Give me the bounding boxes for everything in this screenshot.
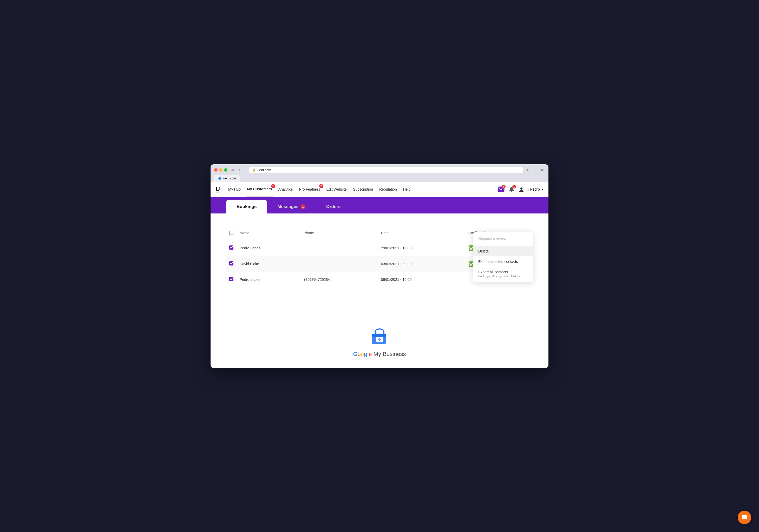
row-phone-1: - bbox=[300, 256, 378, 272]
tab-overview-button[interactable]: ⧉ bbox=[539, 167, 545, 173]
dropdown-item-label: Delete bbox=[478, 249, 528, 253]
maximize-button[interactable] bbox=[224, 168, 227, 172]
row-date-2: 06/01/2021 - 16:00 bbox=[378, 272, 465, 287]
my-customers-badge: 1 bbox=[271, 184, 275, 188]
row-phone-0: - bbox=[300, 240, 378, 256]
nav-item-pro-features[interactable]: Pro Features 2 bbox=[299, 182, 321, 197]
nav-item-subscription[interactable]: Subscription bbox=[352, 182, 374, 197]
nav-item-my-hub[interactable]: My Hub bbox=[228, 182, 241, 197]
row-name-2: Pedro Lopes bbox=[237, 272, 300, 287]
nav-item-my-customers[interactable]: My Customers 1 bbox=[246, 182, 272, 197]
tab-orders-label: Orders bbox=[326, 204, 341, 209]
svg-point-1 bbox=[520, 187, 522, 189]
row-name-0: Pedro Lopes bbox=[237, 240, 300, 256]
logo[interactable]: U bbox=[216, 186, 220, 193]
tab-messages[interactable]: Messages 1 bbox=[267, 200, 316, 214]
row-checkbox-2[interactable] bbox=[229, 277, 233, 281]
nav-items: My Hub My Customers 1 Analytics Pro Feat… bbox=[228, 182, 490, 197]
url-text: ueni.com bbox=[257, 168, 271, 172]
lock-icon: 🔒 bbox=[252, 168, 256, 172]
row-name-1: David Blake bbox=[237, 256, 300, 272]
messages-badge: 1 bbox=[502, 185, 505, 188]
main-content: Name Phone Date Confirmed bbox=[211, 214, 548, 317]
tab-messages-label: Messages bbox=[277, 204, 299, 209]
notifications-badge: 1 bbox=[512, 185, 516, 188]
col-date-header: Date bbox=[378, 226, 465, 240]
footer-area: G G o o g l e My Business bbox=[211, 317, 548, 368]
messages-tab-badge: 1 bbox=[301, 204, 305, 209]
dropdown-item-label: Export selected contacts bbox=[478, 260, 528, 264]
user-menu[interactable]: Hi Pedro ▾ bbox=[519, 186, 543, 192]
col-name-header: Name bbox=[237, 226, 300, 240]
dropdown-divider bbox=[473, 245, 533, 245]
row-date-1: 03/02/2021 - 09:00 bbox=[378, 256, 465, 272]
sidebar-toggle-button[interactable]: ⊞ bbox=[229, 167, 235, 172]
dropdown-item-export-selected[interactable]: Export selected contacts bbox=[473, 256, 533, 267]
messages-icon-button[interactable]: 1 bbox=[498, 186, 504, 193]
dropdown-item-export-all[interactable]: Export all contactsBookings, Messages an… bbox=[473, 267, 533, 281]
gmb-icon: G bbox=[370, 328, 389, 347]
nav-item-analytics[interactable]: Analytics bbox=[278, 182, 294, 197]
nav-right: 1 1 Hi Pedro ▾ bbox=[498, 186, 543, 193]
select-all-checkbox[interactable] bbox=[229, 231, 233, 235]
main-navigation: U My Hub My Customers 1 Analytics Pro Fe… bbox=[211, 182, 548, 197]
svg-text:G: G bbox=[378, 338, 381, 342]
hero-section: Bookings Messages 1 Orders bbox=[211, 197, 548, 214]
dropdown-item-request-review: Request a review bbox=[473, 233, 533, 244]
row-checkbox-1[interactable] bbox=[229, 261, 233, 266]
tab-orders[interactable]: Orders bbox=[316, 200, 351, 214]
dropdown-item-label: Export all contacts bbox=[478, 270, 528, 274]
table-action-area bbox=[226, 214, 533, 226]
close-button[interactable] bbox=[214, 168, 218, 172]
dropdown-item-delete[interactable]: Delete bbox=[473, 246, 533, 256]
tab-icon: 🔷 bbox=[218, 177, 222, 180]
minimize-button[interactable] bbox=[219, 168, 222, 172]
row-date-0: 29/01/2021 - 10:00 bbox=[378, 240, 465, 256]
share-button[interactable]: ⬆ bbox=[525, 167, 531, 172]
user-label: Hi Pedro bbox=[526, 187, 540, 191]
dropdown-item-label: Request a review bbox=[478, 236, 528, 240]
col-phone-header: Phone bbox=[300, 226, 378, 240]
browser-tab[interactable]: 🔷 ueni.com bbox=[214, 175, 240, 182]
tab-title: ueni.com bbox=[223, 177, 236, 180]
tab-bookings[interactable]: Bookings bbox=[226, 200, 267, 214]
nav-item-edit-website[interactable]: Edit Website bbox=[326, 182, 347, 197]
tab-bookings-label: Bookings bbox=[237, 204, 257, 209]
new-tab-button[interactable]: + bbox=[533, 167, 538, 172]
context-dropdown-menu: Request a reviewDeleteExport selected co… bbox=[473, 232, 533, 282]
row-phone-2: +351964725284 bbox=[300, 272, 378, 287]
forward-button[interactable]: › bbox=[243, 167, 247, 172]
user-icon bbox=[519, 186, 524, 192]
chevron-down-icon: ▾ bbox=[541, 187, 543, 191]
tabs-container: Bookings Messages 1 Orders bbox=[226, 200, 533, 214]
google-my-business-text: G o o g l e My Business bbox=[353, 351, 406, 357]
notifications-icon-button[interactable]: 1 bbox=[508, 186, 515, 193]
dropdown-item-sub: Bookings, Messages and Orders bbox=[478, 274, 528, 278]
pro-features-badge: 2 bbox=[319, 184, 323, 188]
nav-item-reputation[interactable]: Reputation bbox=[379, 182, 397, 197]
row-checkbox-0[interactable] bbox=[229, 245, 233, 250]
svg-rect-3 bbox=[372, 334, 386, 337]
nav-item-help[interactable]: Help bbox=[403, 182, 411, 197]
back-button[interactable]: ‹ bbox=[237, 167, 241, 172]
